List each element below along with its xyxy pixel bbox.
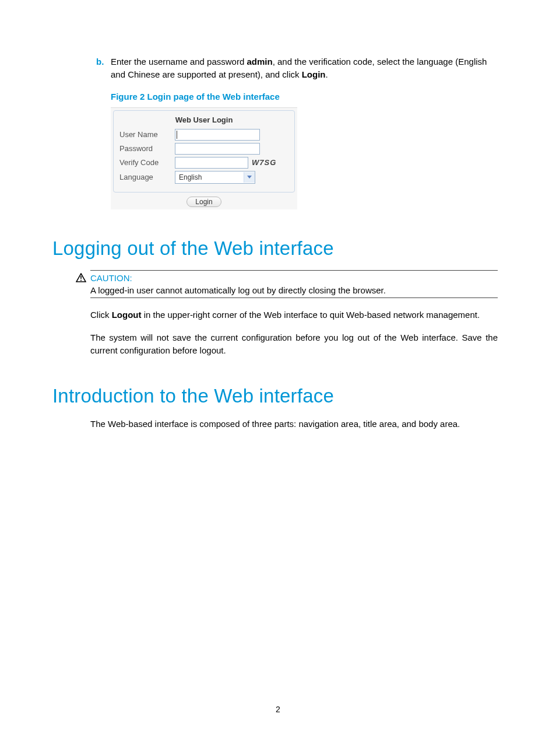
chevron-down-icon: [244, 172, 255, 183]
verify-label: Verify Code: [119, 158, 175, 167]
caution-label: CAUTION:: [90, 273, 498, 284]
username-row: User Name: [119, 129, 288, 141]
figure-caption: Figure 2 Login page of the Web interface: [111, 92, 504, 102]
paragraph-intro: The Web-based interface is composed of t…: [90, 418, 498, 430]
paragraph-logout-instruction: Click Logout in the upper-right corner o…: [90, 309, 498, 321]
section-heading-intro: Introduction to the Web interface: [52, 385, 504, 407]
svg-point-1: [80, 279, 82, 281]
step-text: Enter the username and password admin, a…: [111, 57, 487, 79]
password-input[interactable]: [175, 143, 260, 155]
verify-code-image: W7SG: [252, 158, 276, 167]
language-label: Language: [119, 173, 175, 181]
section-heading-logout: Logging out of the Web interface: [52, 237, 504, 260]
document-page: b. Enter the username and password admin…: [0, 0, 556, 756]
language-value: English: [179, 173, 202, 181]
caution-text: A logged-in user cannot automatically lo…: [90, 284, 498, 295]
username-input[interactable]: [175, 129, 260, 141]
password-row: Password: [119, 143, 288, 155]
verify-row: Verify Code W7SG: [119, 157, 288, 169]
login-button[interactable]: Login: [186, 197, 221, 207]
login-figure: Web User Login User Name Password Verify…: [111, 107, 297, 209]
login-panel: Web User Login User Name Password Verify…: [113, 110, 295, 192]
login-button-row: Login: [111, 196, 297, 209]
language-row: Language English: [119, 171, 288, 184]
caution-icon: [76, 273, 86, 285]
instruction-step-b: b. Enter the username and password admin…: [111, 55, 498, 81]
caution-block: CAUTION: A logged-in user cannot automat…: [90, 270, 498, 298]
language-select[interactable]: English: [175, 171, 255, 184]
paragraph-save-config: The system will not save the current con…: [90, 331, 498, 357]
login-title: Web User Login: [119, 116, 288, 124]
username-label: User Name: [119, 130, 175, 139]
list-marker: b.: [96, 55, 104, 68]
page-number: 2: [0, 705, 556, 714]
password-label: Password: [119, 144, 175, 153]
caution-content: CAUTION: A logged-in user cannot automat…: [90, 270, 498, 298]
verify-input[interactable]: [175, 157, 248, 169]
